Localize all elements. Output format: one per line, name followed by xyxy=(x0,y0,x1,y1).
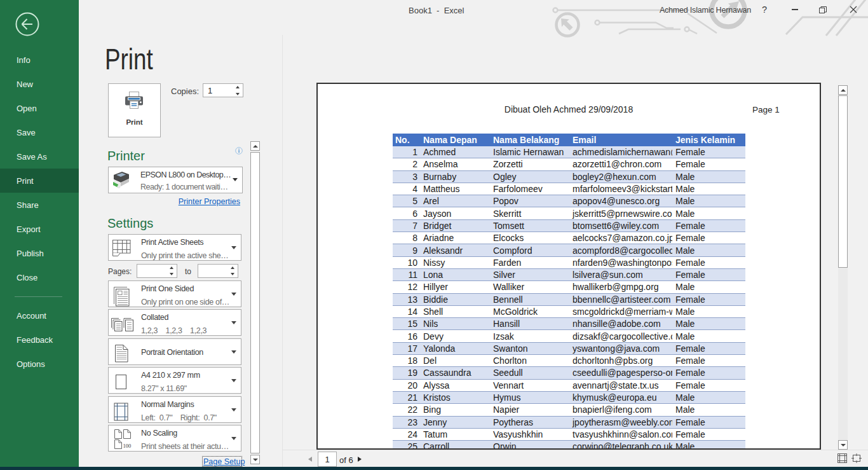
svg-text:100: 100 xyxy=(123,443,132,449)
